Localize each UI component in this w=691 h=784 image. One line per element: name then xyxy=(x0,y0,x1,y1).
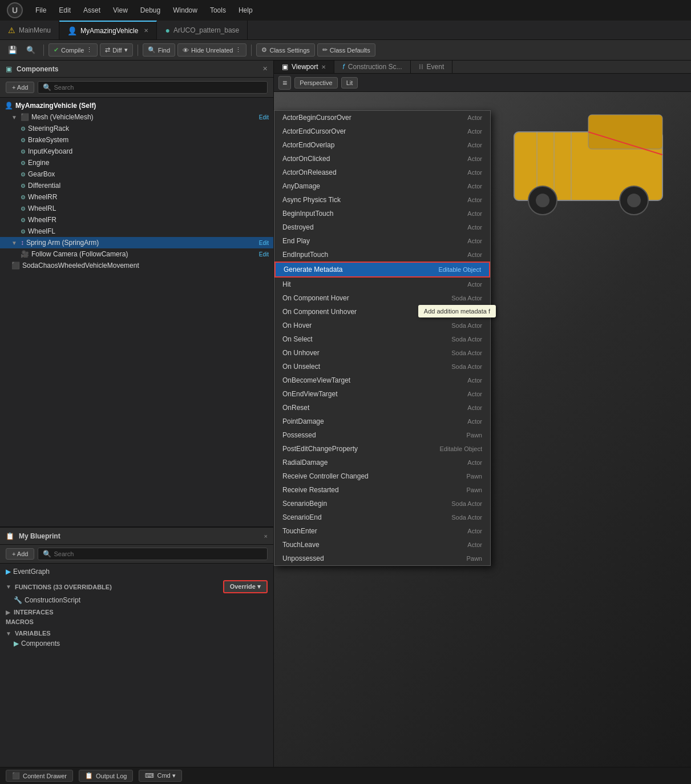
dropdown-item-actorendoverlap[interactable]: ActorEndOverlapActor xyxy=(274,138,490,152)
compile-label: Compile xyxy=(61,47,84,54)
tree-item-wheelrr[interactable]: ⚙ WheelRR xyxy=(0,191,273,203)
dropdown-item-radialdamage[interactable]: RadialDamageActor xyxy=(274,456,490,469)
tree-item-inputkeyboard[interactable]: ⚙ InputKeyboard xyxy=(0,146,273,157)
diff-button[interactable]: ⇄ Diff ▾ xyxy=(100,43,132,57)
dropdown-item-touchenter[interactable]: TouchEnterActor xyxy=(274,524,490,538)
menu-help[interactable]: Help xyxy=(233,4,258,17)
bp-item-eventgraph[interactable]: ▶ EventGraph xyxy=(0,566,273,577)
dropdown-item-receive-controller-changed[interactable]: Receive Controller ChangedPawn xyxy=(274,469,490,483)
tree-item-self[interactable]: 👤 MyAmazingVehicle (Self) xyxy=(0,100,273,111)
tree-item-steeringrack[interactable]: ⚙ SteeringRack xyxy=(0,123,273,134)
dropdown-item-async-physics-tick[interactable]: Async Physics TickActor xyxy=(274,193,490,207)
components-search-input[interactable] xyxy=(54,84,262,91)
camera-edit-button[interactable]: Edit xyxy=(259,251,269,258)
dropdown-item-anydamage[interactable]: AnyDamageActor xyxy=(274,179,490,193)
cmd-button[interactable]: ⌨ Cmd ▾ xyxy=(139,770,181,782)
override-button[interactable]: Override ▾ xyxy=(223,580,268,593)
dropdown-item-actorbegincursorover[interactable]: ActorBeginCursorOverActor xyxy=(274,111,490,124)
tree-item-differential[interactable]: ⚙ Differential xyxy=(0,180,273,191)
tab-vehicle-close[interactable]: ✕ xyxy=(144,27,148,34)
menu-debug[interactable]: Debug xyxy=(135,4,166,17)
dropdown-item-endinputtouch[interactable]: EndInputTouchActor xyxy=(274,248,490,262)
class-settings-button[interactable]: ⚙ Class Settings xyxy=(256,43,314,57)
mesh-edit-button[interactable]: Edit xyxy=(259,114,269,120)
viewport-tab-close[interactable]: ✕ xyxy=(321,64,326,70)
menu-file[interactable]: File xyxy=(30,4,52,17)
hamburger-button[interactable]: ≡ xyxy=(278,76,291,90)
dropdown-item-onreset[interactable]: OnResetActor xyxy=(274,401,490,415)
bp-item-constructionscript[interactable]: 🔧 ConstructionScript xyxy=(0,594,273,606)
tree-item-wheelrl[interactable]: ⚙ WheelRL xyxy=(0,203,273,214)
dropdown-item-end-play[interactable]: End PlayActor xyxy=(274,234,490,248)
tree-item-engine[interactable]: ⚙ Engine xyxy=(0,157,273,168)
menu-view[interactable]: View xyxy=(107,4,134,17)
compile-button[interactable]: ✔ Compile ⋮ xyxy=(49,43,98,57)
save-button[interactable]: 💾 xyxy=(5,43,21,57)
tree-item-movement[interactable]: ⬛ SodaChaosWheeledVehicleMovement xyxy=(0,260,273,271)
springarm-edit-button[interactable]: Edit xyxy=(259,240,269,246)
find-button[interactable]: 🔍 Find xyxy=(143,43,175,57)
dropdown-item-begininputtouch[interactable]: BeginInputTouchActor xyxy=(274,207,490,220)
dropdown-item-name: TouchEnter xyxy=(282,527,462,535)
dropdown-item-destroyed[interactable]: DestroyedActor xyxy=(274,220,490,234)
tree-item-wheelfr[interactable]: ⚙ WheelFR xyxy=(0,214,273,226)
dropdown-item-scenariobegin[interactable]: ScenarioBeginSoda Actor xyxy=(274,497,490,510)
mesh-label: Mesh (VehicleMesh) xyxy=(31,113,94,121)
blueprint-search-input[interactable] xyxy=(54,550,262,557)
bp-item-components[interactable]: ▶ Components xyxy=(0,638,273,649)
dropdown-item-on-hover[interactable]: On HoverSoda Actor xyxy=(274,319,490,332)
dropdown-item-on-unselect[interactable]: On UnselectSoda Actor xyxy=(274,360,490,373)
dropdown-item-category: Pawn xyxy=(466,555,482,562)
dropdown-item-pointdamage[interactable]: PointDamageActor xyxy=(274,415,490,428)
dropdown-item-possessed[interactable]: PossessedPawn xyxy=(274,428,490,442)
dropdown-item-onendviewtarget[interactable]: OnEndViewTargetActor xyxy=(274,387,490,401)
dropdown-item-posteditchangeproperty[interactable]: PostEditChangePropertyEditable Object xyxy=(274,442,490,456)
dropdown-item-actoronclicked[interactable]: ActorOnClickedActor xyxy=(274,152,490,166)
tab-mainmenu[interactable]: ⚠ MainMenu xyxy=(0,21,59,39)
dropdown-item-actoronreleased[interactable]: ActorOnReleasedActor xyxy=(274,166,490,179)
tree-item-followcamera[interactable]: 🎥 Follow Camera (FollowCamera) Edit xyxy=(0,248,273,260)
dropdown-item-name: On Hover xyxy=(282,321,446,329)
variables-collapse-icon[interactable]: ▼ xyxy=(6,630,11,637)
perspective-button[interactable]: Perspective xyxy=(294,77,337,89)
dropdown-item-on-select[interactable]: On SelectSoda Actor xyxy=(274,332,490,346)
tree-item-brakesystem[interactable]: ⚙ BrakeSystem xyxy=(0,134,273,146)
content-drawer-button[interactable]: ⬛ Content Drawer xyxy=(6,770,73,782)
menu-edit[interactable]: Edit xyxy=(53,4,76,17)
tree-item-springarm[interactable]: ▼ ↕ Spring Arm (SpringArm) Edit xyxy=(0,237,273,248)
tree-item-gearbox[interactable]: ⚙ GearBox xyxy=(0,168,273,180)
tab-myamazingvehicle[interactable]: 👤 MyAmazingVehicle ✕ xyxy=(59,21,157,39)
tree-item-mesh[interactable]: ▼ ⬛ Mesh (VehicleMesh) Edit xyxy=(0,111,273,123)
self-label: MyAmazingVehicle (Self) xyxy=(15,102,96,110)
tab-event[interactable]: ⁞⁞ Event xyxy=(411,61,453,73)
dropdown-item-receive-restarted[interactable]: Receive RestartedPawn xyxy=(274,483,490,497)
menu-asset[interactable]: Asset xyxy=(78,4,106,17)
hide-unrelated-button[interactable]: 👁 Hide Unrelated ⋮ xyxy=(177,43,247,57)
blueprint-add-button[interactable]: + Add xyxy=(6,548,34,560)
components-add-button[interactable]: + Add xyxy=(6,82,34,93)
tab-viewport[interactable]: ▣ Viewport ✕ xyxy=(274,61,334,73)
lit-button[interactable]: Lit xyxy=(341,77,358,89)
interfaces-collapse-icon[interactable]: ▶ xyxy=(6,609,10,616)
tab-construction-script[interactable]: f Construction Sc... xyxy=(334,61,410,73)
components-panel-close[interactable]: ✕ xyxy=(262,65,268,73)
dropdown-item-hit[interactable]: HitActor xyxy=(274,278,490,291)
menu-tools[interactable]: Tools xyxy=(204,4,232,17)
browse-button[interactable]: 🔍 xyxy=(23,43,39,57)
dropdown-item-touchleave[interactable]: TouchLeaveActor xyxy=(274,538,490,552)
dropdown-item-onbecomeviewtarget[interactable]: OnBecomeViewTargetActor xyxy=(274,373,490,387)
blueprint-panel-close[interactable]: × xyxy=(264,533,268,540)
dropdown-item-scenarioend[interactable]: ScenarioEndSoda Actor xyxy=(274,510,490,524)
menu-window[interactable]: Window xyxy=(167,4,203,17)
tab-aruco[interactable]: ● ArUCO_pattern_base xyxy=(157,21,248,39)
dropdown-item-name: Receive Restarted xyxy=(282,486,460,494)
functions-collapse-icon[interactable]: ▼ xyxy=(6,584,11,590)
dropdown-item-on-unhover[interactable]: On UnhoverSoda Actor xyxy=(274,346,490,360)
dropdown-item-unpossessed[interactable]: UnpossessedPawn xyxy=(274,552,490,565)
dropdown-item-actorendcursorover[interactable]: ActorEndCursorOverActor xyxy=(274,124,490,138)
output-log-button[interactable]: 📋 Output Log xyxy=(79,770,133,782)
dropdown-item-generate-metadata[interactable]: Generate MetadataEditable Object xyxy=(274,262,490,278)
tree-item-wheelfl[interactable]: ⚙ WheelFL xyxy=(0,226,273,237)
class-defaults-button[interactable]: ✏ Class Defaults xyxy=(317,43,375,57)
dropdown-item-on-component-hover[interactable]: On Component HoverSoda Actor xyxy=(274,291,490,305)
